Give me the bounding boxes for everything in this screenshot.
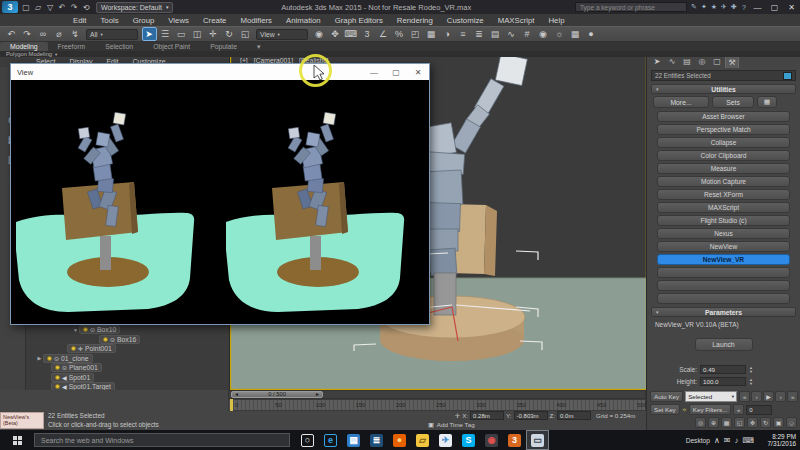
utilities-rollout-header[interactable]: ▾ Utilities: [651, 84, 796, 94]
undo-icon[interactable]: ↶: [4, 27, 19, 41]
menu-help[interactable]: Help: [541, 14, 571, 26]
utility-color-clipboard[interactable]: Color Clipboard: [657, 150, 790, 161]
visibility-bulb-icon[interactable]: [55, 384, 60, 389]
snaps-toggle-icon[interactable]: 3: [360, 27, 375, 41]
field-of-view-icon[interactable]: ◇: [786, 417, 797, 428]
redo-scene-icon[interactable]: ↷: [68, 1, 80, 13]
favorites-icon[interactable]: ★: [709, 2, 719, 12]
zoom-region-icon[interactable]: ◱: [734, 417, 745, 428]
workspace-dropdown[interactable]: Workspace: Default ▾: [96, 2, 173, 13]
go-to-end-button[interactable]: »: [787, 391, 798, 402]
y-coordinate-field[interactable]: -0.803m: [514, 411, 548, 420]
visibility-bulb-icon[interactable]: [103, 337, 108, 342]
scene-object-01_clone[interactable]: ▶⊙01_clone: [26, 354, 228, 364]
taskbar-clock[interactable]: 8:29 PM 7/31/2016: [758, 433, 796, 447]
view-window-titlebar[interactable]: View —▢✕: [11, 64, 429, 80]
angle-snap-icon[interactable]: ∠: [376, 27, 391, 41]
rectangular-selection-region-icon[interactable]: ▭: [174, 27, 189, 41]
zoom-icon[interactable]: ◎: [695, 417, 706, 428]
scale-spinner[interactable]: ▲▼: [749, 366, 753, 374]
pan-view-icon[interactable]: ✥: [747, 417, 758, 428]
new-scene-icon[interactable]: ▢: [20, 1, 32, 13]
key-mode-toggle-button[interactable]: «: [733, 404, 744, 415]
search-icon[interactable]: ✎: [689, 2, 699, 12]
redo-icon[interactable]: ↷: [20, 27, 35, 41]
next-frame-button[interactable]: ›: [775, 391, 786, 402]
utility-measure[interactable]: Measure: [657, 163, 790, 174]
graphite-ribbon-toggle-icon[interactable]: ▤: [488, 27, 503, 41]
select-and-scale-icon[interactable]: ◱: [238, 27, 253, 41]
zoom-extents-icon[interactable]: ▦: [721, 417, 732, 428]
vr-view-window-icon[interactable]: ▭: [526, 430, 549, 450]
next-frame-arrow[interactable]: ►: [315, 391, 320, 398]
scene-object-box16[interactable]: ⊙Box16: [26, 335, 228, 345]
edge-icon[interactable]: e: [319, 430, 342, 450]
bind-to-space-warp-icon[interactable]: ↯: [68, 27, 83, 41]
app-maximize-button[interactable]: ▢: [766, 1, 783, 14]
start-button[interactable]: [0, 430, 34, 450]
utility-collapse[interactable]: Collapse: [657, 137, 790, 148]
utility-newview[interactable]: NewView: [657, 241, 790, 252]
file-explorer-icon[interactable]: ▱: [411, 430, 434, 450]
go-to-start-button[interactable]: «: [739, 391, 750, 402]
spinner-snap-icon[interactable]: ◰: [408, 27, 423, 41]
utility-flight-studio-c-[interactable]: Flight Studio (c): [657, 215, 790, 226]
previous-frame-button[interactable]: ‹: [751, 391, 762, 402]
render-production-icon[interactable]: ●: [584, 27, 599, 41]
utility-empty-slot-12[interactable]: [657, 267, 790, 278]
tree-row-content[interactable]: ⊙Plane001: [51, 363, 102, 372]
visibility-bulb-icon[interactable]: [83, 327, 88, 332]
layer-manager-icon[interactable]: ≣: [472, 27, 487, 41]
notifications-icon[interactable]: ✉: [724, 436, 731, 445]
add-time-tag[interactable]: ▣ Add Time Tag: [428, 421, 475, 428]
undo-scene-icon[interactable]: ↶: [56, 1, 68, 13]
view-minimize-button[interactable]: —: [363, 64, 385, 80]
selection-name-field[interactable]: 22 Entities Selected: [651, 70, 796, 81]
menu-graph-editors[interactable]: Graph Editors: [328, 14, 390, 26]
hierarchy-tab-icon[interactable]: ▤: [680, 56, 694, 68]
menu-maxscript[interactable]: MAXScript: [491, 14, 542, 26]
utility-empty-slot-14[interactable]: [657, 293, 790, 304]
newview-vr-window[interactable]: View —▢✕: [10, 63, 430, 325]
create-tab-icon[interactable]: ➤: [650, 56, 664, 68]
stereo-render-canvas[interactable]: [11, 80, 429, 324]
utility-sets-button[interactable]: Sets: [712, 96, 754, 108]
save-file-icon[interactable]: ▽: [44, 1, 56, 13]
previous-frame-arrow[interactable]: ◄: [234, 391, 239, 398]
height-spinner[interactable]: ▲▼: [749, 378, 753, 386]
motion-tab-icon[interactable]: ◎: [695, 56, 709, 68]
utility-perspective-match[interactable]: Perspective Match: [657, 124, 790, 135]
menu-animation[interactable]: Animation: [279, 14, 328, 26]
key-selection-dropdown[interactable]: Selected ▾: [685, 391, 737, 402]
project-folder-icon[interactable]: ⟲: [80, 1, 92, 13]
open-file-icon[interactable]: ▱: [32, 1, 44, 13]
current-frame-field[interactable]: 0: [746, 405, 772, 415]
help-icon[interactable]: ?: [739, 2, 749, 12]
select-and-rotate-icon[interactable]: ↻: [222, 27, 237, 41]
tree-row-content[interactable]: ◀Spot01: [51, 373, 94, 382]
scale-input[interactable]: 0.49: [700, 365, 746, 374]
material-editor-icon[interactable]: ◉: [536, 27, 551, 41]
ribbon-tab-populate[interactable]: Populate: [200, 42, 247, 51]
app-close-button[interactable]: ✕: [783, 1, 800, 14]
ribbon-tab-modeling[interactable]: Modeling: [0, 42, 48, 51]
app-minimize-button[interactable]: —: [749, 1, 766, 14]
track-bar-frame-marker[interactable]: [230, 399, 233, 411]
screen-recorder-icon[interactable]: ◉: [480, 430, 503, 450]
volume-icon[interactable]: ♪: [734, 436, 738, 445]
modify-tab-icon[interactable]: ∿: [665, 56, 679, 68]
selection-filter-dropdown[interactable]: All▾: [86, 29, 138, 40]
tree-row-content[interactable]: ⊙01_clone: [43, 354, 93, 363]
select-object-icon[interactable]: ➤: [142, 27, 157, 41]
document-app-icon[interactable]: ▤: [342, 430, 365, 450]
tree-row-content[interactable]: ✛Point001: [67, 344, 116, 353]
mirror-icon[interactable]: ◑: [440, 27, 455, 41]
curve-editor-icon[interactable]: ∿: [504, 27, 519, 41]
menu-create[interactable]: Create: [196, 14, 233, 26]
utility-motion-capture[interactable]: Motion Capture: [657, 176, 790, 187]
skype-icon[interactable]: S: [457, 430, 480, 450]
messenger-app-icon[interactable]: ✈: [434, 430, 457, 450]
unlink-selection-icon[interactable]: ⌀: [52, 27, 67, 41]
visibility-bulb-icon[interactable]: [71, 346, 76, 351]
menu-tools[interactable]: Tools: [93, 14, 125, 26]
